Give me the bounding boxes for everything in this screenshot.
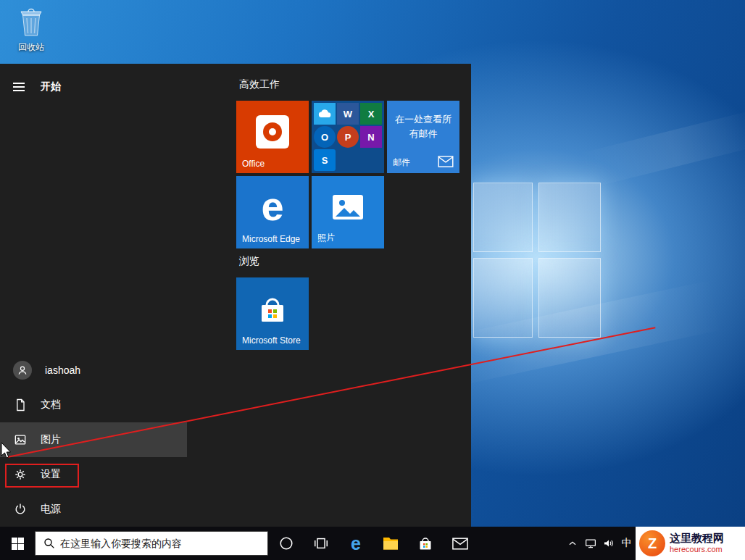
volume-icon	[602, 537, 615, 550]
mail-tile-text: 在一处查看所有邮件	[387, 112, 459, 141]
wallpaper-pane	[473, 258, 533, 338]
chevron-up-icon	[567, 538, 578, 548]
outlook-icon: O	[314, 126, 336, 148]
start-pictures-button[interactable]: 图片	[0, 422, 187, 457]
start-left-rail: iashoah 文档 图片 设置 电源	[0, 353, 187, 527]
tile-mail[interactable]: 在一处查看所有邮件 邮件	[387, 101, 459, 173]
windows-logo-wallpaper	[473, 183, 602, 339]
taskbar: e 中 Z	[0, 527, 745, 560]
volume-tray-button[interactable]	[599, 527, 617, 560]
watermark: Z 这里教程网 herecours.com	[636, 527, 745, 560]
power-icon	[13, 502, 28, 517]
pictures-label: 图片	[41, 433, 61, 446]
task-view-icon	[313, 535, 329, 551]
tile-edge[interactable]: e Microsoft Edge	[236, 176, 309, 248]
light-beam	[578, 108, 745, 188]
screen: 回收站 开始 iashoah 文档 图片 设置	[0, 0, 745, 560]
section-title-productivity: 高效工作	[239, 78, 280, 91]
onedrive-icon	[314, 103, 336, 125]
file-explorer-button[interactable]	[373, 527, 408, 560]
section-title-explore: 浏览	[239, 255, 259, 268]
watermark-title: 这里教程网	[670, 532, 724, 545]
store-taskbar-button[interactable]	[408, 527, 443, 560]
tile-store[interactable]: Microsoft Store	[236, 277, 309, 350]
edge-taskbar-button[interactable]: e	[338, 527, 373, 560]
recycle-bin[interactable]: 回收站	[11, 6, 51, 54]
tile-label: 照片	[317, 232, 335, 244]
start-menu-header: 开始	[0, 75, 61, 99]
tile-label: Microsoft Store	[242, 335, 301, 346]
watermark-logo-icon: Z	[639, 530, 665, 556]
documents-label: 文档	[41, 398, 61, 411]
tile-label: Microsoft Edge	[242, 234, 300, 244]
start-power-button[interactable]: 电源	[0, 492, 187, 527]
user-avatar-icon	[13, 361, 32, 380]
taskbar-pinned-icons: e	[269, 527, 478, 560]
photos-icon	[331, 193, 365, 222]
mail-icon	[452, 538, 468, 550]
task-view-button[interactable]	[304, 527, 338, 560]
watermark-text: 这里教程网 herecours.com	[670, 532, 724, 554]
user-name-label: iashoah	[45, 364, 80, 376]
store-icon	[417, 535, 433, 551]
store-bag-icon	[257, 293, 288, 325]
edge-logo-icon: e	[261, 186, 283, 227]
cortana-icon	[278, 535, 294, 551]
edge-icon: e	[351, 535, 361, 553]
wallpaper-pane	[538, 183, 601, 252]
network-icon	[584, 537, 597, 550]
cortana-button[interactable]	[269, 527, 304, 560]
mail-taskbar-button[interactable]	[443, 527, 478, 560]
wallpaper-pane	[538, 258, 601, 338]
mail-icon	[438, 156, 454, 167]
search-icon	[43, 537, 56, 550]
system-tray: 中	[563, 527, 636, 560]
settings-gear-icon	[13, 467, 28, 482]
word-icon: W	[337, 103, 359, 125]
folder-icon	[382, 535, 399, 551]
onenote-icon: N	[360, 126, 382, 148]
taskbar-search[interactable]	[35, 531, 268, 556]
tile-label: Office	[242, 159, 265, 169]
recycle-bin-label: 回收站	[11, 41, 51, 54]
office-logo-icon	[256, 115, 289, 149]
menu-icon[interactable]	[13, 83, 26, 91]
recycle-bin-icon	[16, 6, 46, 38]
wallpaper-pane	[473, 183, 533, 252]
tile-office-apps-folder[interactable]: W X O P N S	[312, 101, 384, 173]
start-title: 开始	[41, 80, 61, 93]
ime-indicator[interactable]: 中	[617, 527, 636, 560]
tile-office[interactable]: Office	[236, 101, 309, 173]
pictures-icon	[13, 432, 28, 447]
search-input[interactable]	[56, 538, 267, 549]
windows-logo-icon	[12, 538, 24, 550]
start-settings-button[interactable]: 设置	[0, 457, 187, 492]
watermark-url: herecours.com	[670, 545, 724, 554]
settings-label: 设置	[41, 468, 61, 481]
tile-label: 邮件	[393, 156, 410, 169]
tray-show-hidden-button[interactable]	[563, 527, 581, 560]
document-icon	[13, 398, 28, 412]
power-label: 电源	[41, 503, 61, 516]
start-button[interactable]	[0, 527, 35, 560]
excel-icon: X	[360, 103, 382, 125]
start-menu: 开始 iashoah 文档 图片 设置 电	[0, 64, 471, 527]
start-documents-button[interactable]: 文档	[0, 388, 187, 422]
tile-photos[interactable]: 照片	[312, 176, 384, 248]
powerpoint-icon: P	[337, 126, 359, 148]
network-tray-button[interactable]	[581, 527, 599, 560]
start-user-button[interactable]: iashoah	[0, 353, 187, 388]
skype-icon: S	[314, 149, 336, 171]
